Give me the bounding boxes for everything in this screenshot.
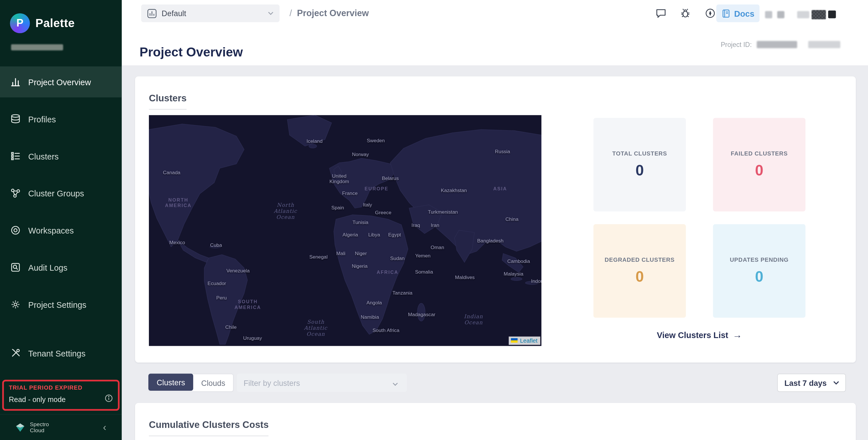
leaflet-link[interactable]: Leaflet	[520, 337, 538, 344]
breadcrumb: / Project Overview	[289, 0, 369, 27]
redacted-block	[765, 11, 772, 18]
map-label: Tunisia	[352, 220, 368, 225]
info-icon[interactable]	[104, 394, 113, 405]
map-label: Cuba	[210, 243, 222, 248]
map-label: Iraq	[411, 223, 420, 228]
list-icon	[9, 150, 21, 162]
target-icon	[9, 224, 21, 236]
sidebar-item-clusters[interactable]: Clusters	[0, 140, 122, 171]
layers-icon	[9, 113, 21, 125]
stat-label: DEGRADED CLUSTERS	[605, 256, 675, 263]
sidebar-item-tenant-settings[interactable]: Tenant Settings	[0, 338, 122, 369]
map-label: Sweden	[367, 138, 385, 143]
map-label: Cambodia	[507, 259, 530, 264]
sidebar-footer: SpectroCloud ‹	[0, 414, 122, 440]
sidebar-item-project-overview[interactable]: Project Overview	[0, 66, 122, 98]
redacted-project-id	[757, 41, 797, 48]
map-label: France	[342, 190, 358, 196]
sidebar-item-project-settings[interactable]: Project Settings	[0, 289, 122, 320]
map-label: Madagascar	[408, 312, 435, 317]
sidebar: P Palette Project Overview Profiles	[0, 0, 122, 440]
map-label: Kazakhstan	[441, 188, 467, 193]
redacted-project-id	[808, 41, 840, 48]
content: Clusters	[122, 65, 868, 440]
map-attribution[interactable]: Leaflet	[509, 337, 540, 345]
map-label: Canada	[163, 170, 181, 176]
map-label: ASIA	[493, 186, 507, 192]
map-label: North Atlantic Ocean	[274, 202, 297, 220]
stat-label: UPDATES PENDING	[730, 256, 788, 263]
filter-by-clusters-input[interactable]	[237, 374, 407, 391]
trial-subtitle: Read - only mode	[9, 395, 66, 403]
map-label: Somalia	[415, 269, 433, 275]
redacted-avatar[interactable]	[811, 10, 826, 20]
breadcrumb-current[interactable]: Project Overview	[297, 8, 369, 19]
sidebar-nav: Project Overview Profiles Clusters Clust…	[0, 66, 122, 375]
arrow-right-icon: →	[733, 330, 742, 341]
map-label: EUROPE	[365, 186, 389, 192]
clusters-card: Clusters	[135, 76, 856, 363]
map-label: Turkmenistan	[428, 209, 458, 215]
app-window: P Palette Project Overview Profiles	[0, 0, 868, 440]
map-label: Sudan	[390, 256, 405, 261]
map-label: Namibia	[361, 314, 379, 320]
chevron-down-icon	[833, 379, 840, 386]
map-label: United Kingdom	[330, 173, 349, 184]
project-select[interactable]: Default	[141, 4, 280, 22]
brand-name: Palette	[35, 17, 74, 30]
tab-clouds[interactable]: Clouds	[193, 374, 233, 391]
sidebar-item-label: Project Settings	[28, 300, 86, 309]
sidebar-item-label: Workspaces	[28, 225, 74, 235]
map-label: Greece	[375, 210, 392, 215]
ukraine-flag-icon	[511, 338, 518, 342]
trial-period-banner: TRIAL PERIOD EXPIRED Read - only mode	[2, 380, 120, 411]
map-labels: IcelandSwedenNorwayRussiaCanadaUnited Ki…	[149, 115, 541, 346]
collapse-sidebar-chevron-icon[interactable]: ‹	[103, 422, 106, 433]
map-label: SOUTH AMERICA	[235, 299, 261, 310]
breadcrumb-separator: /	[289, 8, 292, 19]
date-range-select[interactable]: Last 7 days	[777, 374, 846, 391]
stat-tile-total-clusters: TOTAL CLUSTERS 0	[593, 118, 686, 211]
sidebar-item-label: Profiles	[28, 114, 56, 124]
palette-logo-icon: P	[10, 13, 30, 33]
map-label: Tanzania	[393, 290, 412, 295]
main-area: Default / Project Overview Docs	[122, 0, 868, 440]
chat-icon[interactable]	[655, 7, 667, 19]
redacted-tenant-name	[11, 44, 63, 51]
stat-tile-degraded-clusters: DEGRADED CLUSTERS 0	[593, 224, 686, 318]
map-label: Nigeria	[352, 263, 368, 269]
stat-value: 0	[755, 162, 764, 179]
tab-clusters[interactable]: Clusters	[148, 374, 193, 391]
spectro-cloud-name: SpectroCloud	[30, 421, 49, 433]
view-clusters-list-link[interactable]: View Clusters List→	[593, 330, 806, 341]
sidebar-item-profiles[interactable]: Profiles	[0, 103, 122, 134]
map-label: Libya	[368, 232, 380, 237]
spectro-cloud-logo-icon	[16, 423, 25, 432]
map-label: Senegal	[309, 254, 328, 259]
sidebar-item-audit-logs[interactable]: Audit Logs	[0, 252, 122, 283]
clusters-clouds-tabs: Clusters Clouds	[148, 374, 234, 391]
map-label: South Atlantic Ocean	[304, 318, 328, 337]
map-label: Italy	[363, 202, 372, 207]
stat-value: 0	[636, 162, 644, 179]
brand[interactable]: P Palette	[10, 13, 75, 33]
map-label: Mexico	[169, 240, 185, 245]
map-label: Uruguay	[243, 335, 262, 341]
world-map[interactable]: IcelandSwedenNorwayRussiaCanadaUnited Ki…	[149, 115, 541, 346]
bug-icon[interactable]	[679, 7, 691, 19]
chevron-down-icon	[267, 10, 274, 17]
compass-icon[interactable]	[704, 7, 716, 19]
map-label: Norway	[352, 152, 369, 157]
date-range-value: Last 7 days	[784, 378, 827, 387]
map-label: Ecuador	[208, 281, 226, 286]
nodes-icon	[9, 187, 21, 199]
sidebar-item-label: Tenant Settings	[28, 348, 86, 358]
sidebar-item-workspaces[interactable]: Workspaces	[0, 215, 122, 246]
tools-icon	[9, 347, 21, 359]
docs-button[interactable]: Docs	[716, 4, 760, 22]
map-label: Oman	[431, 245, 444, 250]
sidebar-item-cluster-groups[interactable]: Cluster Groups	[0, 178, 122, 209]
map-label: Maldives	[455, 275, 475, 280]
sidebar-item-label: Clusters	[28, 152, 59, 161]
map-label: Indian Ocean	[464, 313, 483, 325]
